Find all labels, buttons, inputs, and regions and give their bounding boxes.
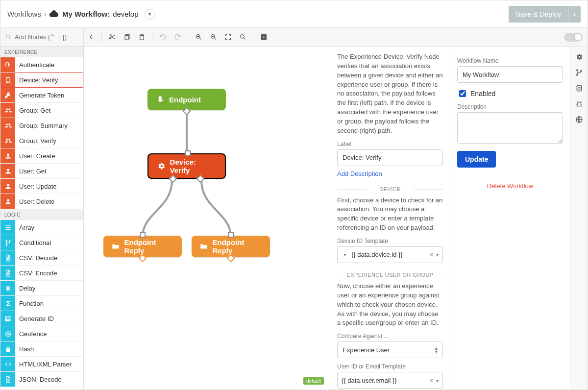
paste-button[interactable] <box>134 28 149 46</box>
user-icon <box>0 194 15 209</box>
breadcrumb-root[interactable]: Workflows <box>7 10 41 18</box>
settings-panel: SETTINGS ? Workflow Name Enabled Descrip… <box>450 47 570 390</box>
palette-node[interactable]: Conditional <box>0 235 83 250</box>
clear-icon[interactable]: × <box>429 377 433 384</box>
palette-node[interactable]: Group: Verify <box>0 133 83 148</box>
enabled-checkbox[interactable]: Enabled <box>457 89 563 98</box>
update-button[interactable]: Update <box>457 151 496 168</box>
canvas[interactable]: Endpoint Device: Verify Endpoint Reply E… <box>84 47 330 390</box>
label-input[interactable] <box>337 149 443 166</box>
chevron-down-icon[interactable] <box>436 251 439 258</box>
add-nodes-placeholder: Add Nodes (⌃ + [) <box>15 33 67 41</box>
puzzle-icon <box>155 95 165 104</box>
palette-node[interactable]: Device: Verify <box>0 73 83 88</box>
palette-node-label: CSV: Decode <box>15 254 57 262</box>
chevron-down-icon[interactable] <box>436 377 439 384</box>
enabled-checkbox-input[interactable] <box>459 90 466 97</box>
rail-debug[interactable] <box>572 97 586 111</box>
breadcrumb: Workflows › My Workflow: develop <box>7 9 155 20</box>
compare-select[interactable]: Experience User ▴▾ <box>337 341 443 358</box>
palette-node-label: Hash <box>15 345 34 353</box>
scissors-icon <box>109 33 116 41</box>
node-endpoint[interactable]: Endpoint <box>147 89 226 110</box>
clear-icon[interactable]: × <box>429 251 433 258</box>
save-deploy-button[interactable]: Save & Deploy <box>509 6 568 23</box>
node-port[interactable] <box>228 232 234 238</box>
palette-node[interactable]: Delay <box>0 281 83 296</box>
add-node-button[interactable] <box>256 28 271 46</box>
palette-node[interactable]: Generate ID <box>0 311 83 326</box>
rail-versions[interactable] <box>572 65 586 80</box>
undo-button[interactable] <box>155 28 170 46</box>
node-endpoint-label: Endpoint <box>169 96 201 104</box>
back-button[interactable] <box>84 28 98 46</box>
palette-node[interactable]: JSON: Decode <box>0 372 83 387</box>
description-textarea[interactable] <box>457 112 563 144</box>
fit-icon <box>224 33 232 41</box>
node-endpoint-reply-right[interactable]: Endpoint Reply <box>192 236 270 257</box>
redo-button[interactable] <box>170 28 185 46</box>
node-palette: EXPERIENCEAuthenticateDevice: VerifyGene… <box>0 47 84 390</box>
palette-category: EXPERIENCE <box>0 47 83 57</box>
palette-node[interactable]: Authenticate <box>0 57 83 73</box>
zoom-reset-button[interactable] <box>235 28 250 46</box>
plus-icon <box>260 33 268 41</box>
description-label: Description <box>457 103 563 110</box>
rail-globals[interactable] <box>572 112 586 127</box>
branch-icon <box>0 235 15 250</box>
palette-node[interactable]: Group: Summary <box>0 118 83 133</box>
branch-dropdown[interactable] <box>145 9 155 20</box>
paste-icon <box>138 33 146 41</box>
device-id-input[interactable]: {{ data.device.id }} × <box>337 246 443 263</box>
search-icon <box>5 34 12 40</box>
save-deploy-caret[interactable] <box>568 6 581 23</box>
node-port[interactable] <box>140 232 146 238</box>
palette-node-label: JSON: Decode <box>15 376 62 383</box>
palette-node-label: User: Update <box>15 183 57 190</box>
rail-storage[interactable] <box>572 81 586 96</box>
palette-node[interactable]: User: Update <box>0 179 83 194</box>
svg-point-12 <box>6 35 10 38</box>
palette-node[interactable]: Array <box>0 220 83 235</box>
palette-node[interactable]: Geofence <box>0 326 83 341</box>
palette-node[interactable]: CSV: Encode <box>0 266 83 281</box>
palette-node[interactable]: CSV: Decode <box>0 250 83 266</box>
undo-icon <box>159 33 167 41</box>
bug-icon <box>575 100 583 108</box>
node-endpoint-reply-right-label: Endpoint Reply <box>212 238 262 255</box>
delete-workflow-link[interactable]: Delete Workflow <box>457 182 563 190</box>
palette-node[interactable]: User: Get <box>0 164 83 179</box>
lock-icon <box>0 341 15 356</box>
node-endpoint-reply-left[interactable]: Endpoint Reply <box>103 236 182 257</box>
palette-node[interactable]: User: Create <box>0 148 83 164</box>
user-id-input[interactable]: {{ data.user.email }} × <box>337 372 443 389</box>
workflow-name: My Workflow: <box>62 10 110 18</box>
zoom-in-button[interactable] <box>191 28 206 46</box>
user-icon <box>0 164 15 178</box>
palette-node[interactable]: Generate Token <box>0 88 83 103</box>
cut-button[interactable] <box>105 28 120 46</box>
zoom-fit-button[interactable] <box>220 28 235 46</box>
add-nodes-search[interactable]: Add Nodes (⌃ + [) <box>0 28 84 46</box>
debug-toggle[interactable] <box>564 33 583 42</box>
palette-node[interactable]: Function <box>0 296 83 311</box>
copy-button[interactable] <box>120 28 134 46</box>
palette-node[interactable]: User: Delete <box>0 194 83 209</box>
code-icon <box>0 357 15 371</box>
wf-name-input[interactable] <box>457 66 563 83</box>
users-icon <box>0 133 15 148</box>
palette-node[interactable]: HTML/XML Parser <box>0 357 83 372</box>
folder-icon <box>199 242 208 251</box>
node-port[interactable] <box>185 150 191 156</box>
palette-node[interactable]: Group: Get <box>0 103 83 118</box>
add-description-link[interactable]: Add Description <box>337 170 382 177</box>
defaults-badge: default <box>303 377 324 385</box>
doc-icon <box>0 266 15 280</box>
cloud-icon <box>49 11 58 17</box>
palette-node-label: Delay <box>15 285 35 292</box>
node-device-verify[interactable]: Device: Verify <box>147 153 226 179</box>
user-icon <box>0 148 15 163</box>
zoom-out-button[interactable] <box>206 28 220 46</box>
palette-node[interactable]: Hash <box>0 341 83 357</box>
rail-settings[interactable] <box>572 49 586 64</box>
